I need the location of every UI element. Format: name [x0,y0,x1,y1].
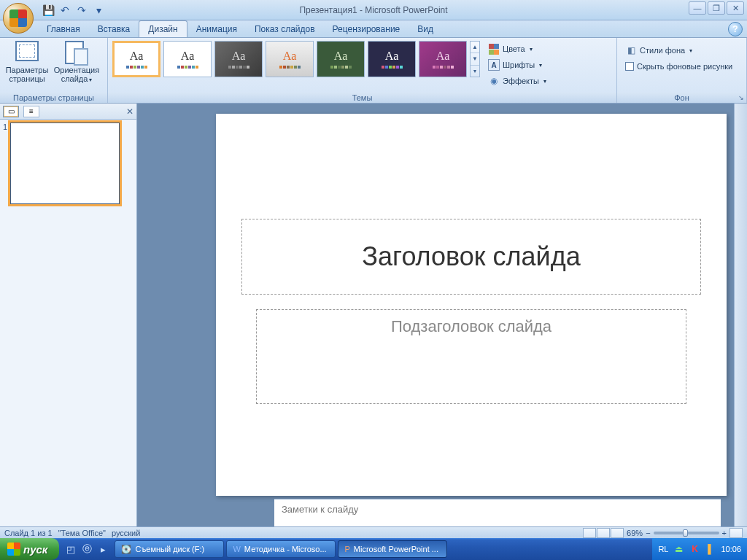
subtitle-placeholder[interactable]: Подзаголовок слайда [256,309,686,404]
group-background: ◧ Стили фона▾ Скрыть фоновые рисунки Фон… [617,38,747,103]
minimize-button[interactable]: — [689,1,706,15]
ie-icon[interactable]: ⓔ [80,541,94,557]
theme-2[interactable]: Aa [163,41,212,77]
notes-pane[interactable]: Заметки к слайду [274,499,721,526]
slides-panel: ▭ ≡ ✕ 1 [0,104,137,526]
bg-styles-icon: ◧ [625,44,637,56]
tab-review[interactable]: Рецензирование [324,20,409,37]
theme-4[interactable]: Aa [266,41,314,77]
slide-canvas[interactable]: Заголовок слайда Подзаголовок слайда [216,114,727,496]
theme-gallery-scroll[interactable]: ▲ ▼ ▾ [470,41,480,77]
slide-orientation-button[interactable]: Ориентация слайда▾ [53,39,101,84]
workspace: ▭ ≡ ✕ 1 Заголовок слайда Подзаголовок сл… [0,104,747,526]
hide-background-checkbox[interactable]: Скрыть фоновые рисунки [623,58,735,74]
panel-close-icon[interactable]: ✕ [126,106,133,117]
background-styles-button[interactable]: ◧ Стили фона▾ [623,42,735,58]
theme-options: Цвета▾ A Шрифты▾ ◉ Эффекты▾ [483,39,551,90]
word-icon: W [233,545,240,553]
colors-button[interactable]: Цвета▾ [486,41,549,57]
effects-icon: ◉ [488,75,500,87]
theme-7[interactable]: Aa [419,41,467,77]
group-page-setup: Параметры страницы Ориентация слайда▾ Па… [0,38,108,103]
panel-tabs: ▭ ≡ ✕ [0,104,136,120]
theme-scroll-down-icon[interactable]: ▼ [471,53,479,65]
slide-thumb-image [10,122,120,204]
tab-design[interactable]: Дизайн [139,20,187,37]
page-setup-label: Параметры страницы [4,66,50,83]
theme-scroll-up-icon[interactable]: ▲ [471,42,479,53]
zoom-level[interactable]: 69% [627,529,643,537]
close-button[interactable]: ✕ [727,1,744,15]
restore-button[interactable]: ❐ [708,1,725,15]
media-icon[interactable]: ▸ [96,541,110,557]
status-bar: Слайд 1 из 1 "Тема Office" русский 69% −… [0,526,747,538]
windows-taskbar: пуск ◰ ⓔ ▸ 💽Съемный диск (F:) WМетодичка… [0,538,747,560]
theme-3[interactable]: Aa [214,41,263,77]
theme-more-icon[interactable]: ▾ [471,66,479,77]
ribbon-tabs: Главная Вставка Дизайн Анимация Показ сл… [0,20,747,38]
tab-insert[interactable]: Вставка [89,20,139,37]
system-tray: RL ⏏ K ▌ 10:06 [652,538,747,560]
tab-home[interactable]: Главная [38,20,89,37]
taskbar-item-explorer[interactable]: 💽Съемный диск (F:) [115,540,224,558]
theme-5[interactable]: Aa [317,41,365,77]
office-button[interactable] [3,3,34,34]
input-language[interactable]: RL [658,545,668,553]
checkbox-icon [625,62,634,71]
group-bg-label: Фон↘ [617,93,746,103]
help-icon[interactable]: ? [728,22,743,36]
start-button[interactable]: пуск [0,538,59,560]
slide-thumbnail-1[interactable]: 1 [3,122,133,204]
status-theme: "Тема Office" [58,529,106,537]
vertical-scrollbar[interactable] [734,104,747,526]
colors-icon [488,43,500,55]
effects-button[interactable]: ◉ Эффекты▾ [486,73,549,89]
status-slide: Слайд 1 из 1 [4,529,53,537]
slide-number: 1 [3,122,7,204]
zoom-knob[interactable] [683,529,688,537]
quick-launch: ◰ ⓔ ▸ [59,541,115,557]
powerpoint-icon: P [344,545,349,553]
tray-app-icon[interactable]: ▌ [705,543,716,555]
group-page-label: Параметры страницы [0,93,107,103]
page-setup-button[interactable]: Параметры страницы [3,39,51,83]
slide-canvas-area[interactable]: Заголовок слайда Подзаголовок слайда Зам… [137,104,734,526]
slide-thumbnails: 1 [0,120,136,526]
tab-animation[interactable]: Анимация [187,20,246,37]
zoom-in-icon[interactable]: + [722,529,727,537]
tray-clock[interactable]: 10:06 [721,545,741,553]
zoom-slider[interactable] [654,532,719,534]
theme-office[interactable]: Aa [112,41,160,77]
theme-6[interactable]: Aa [368,41,416,77]
taskbar-item-word[interactable]: WМетодичка - Microso... [226,540,336,558]
slideshow-view-icon[interactable] [611,528,624,538]
ribbon: Параметры страницы Ориентация слайда▾ Па… [0,38,747,104]
group-themes-label: Темы [108,93,616,103]
window-controls: — ❐ ✕ [689,1,744,15]
window-title: Презентация1 - Microsoft PowerPoint [0,5,747,15]
status-language: русский [112,529,140,537]
tab-view[interactable]: Вид [409,20,442,37]
title-placeholder[interactable]: Заголовок слайда [241,219,701,295]
tray-kaspersky-icon[interactable]: K [689,543,700,555]
tray-safely-remove-icon[interactable]: ⏏ [673,543,684,555]
normal-view-icon[interactable] [583,528,596,538]
taskbar-item-powerpoint[interactable]: PMicrosoft PowerPoint ... [338,540,447,558]
group-themes: Aa Aa Aa Aa Aa [108,38,617,103]
orientation-label: Ориентация слайда▾ [54,66,99,84]
sorter-view-icon[interactable] [597,528,610,538]
outline-tab-icon[interactable]: ≡ [23,106,39,117]
slides-tab-icon[interactable]: ▭ [3,106,19,117]
title-bar: 💾 ↶ ↷ ▾ Презентация1 - Microsoft PowerPo… [0,0,747,20]
dialog-launcher-icon[interactable]: ↘ [738,94,745,101]
view-buttons [583,528,624,538]
fit-view-icon[interactable] [729,528,743,538]
fonts-button[interactable]: A Шрифты▾ [486,57,549,73]
zoom-out-icon[interactable]: − [646,529,650,537]
fonts-icon: A [488,59,500,71]
drive-icon: 💽 [121,545,131,554]
theme-gallery[interactable]: Aa Aa Aa Aa Aa [111,39,481,79]
tab-slideshow[interactable]: Показ слайдов [246,20,324,37]
show-desktop-icon[interactable]: ◰ [63,541,78,557]
